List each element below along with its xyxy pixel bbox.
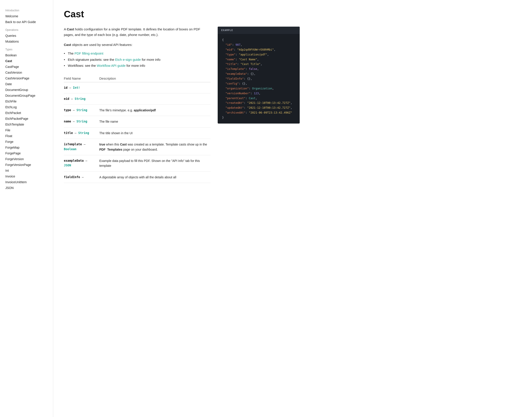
example-line: "isTemplate": false, (222, 67, 295, 72)
example-line: "type": "application/pdf", (222, 52, 295, 57)
example-line: "exampleData": {}, (222, 72, 295, 76)
col-description: Description (99, 75, 211, 82)
sidebar-item-documentgroup[interactable]: DocumentGroup (0, 87, 53, 93)
sidebar-item-forge[interactable]: Forge (0, 139, 53, 145)
page-title: Cast (64, 9, 300, 20)
sidebar-item-boolean[interactable]: Boolean (0, 52, 53, 58)
sidebar-item-int[interactable]: Int (0, 168, 53, 173)
field-exampledata-desc: Example data payload to fill this PDF. S… (99, 155, 211, 171)
content-left: A Cast holds configuration for a single … (64, 27, 211, 183)
table-row: exampleData –JSON Example data payload t… (64, 155, 211, 171)
example-line: "name": "Cast Name", (222, 57, 295, 62)
example-line: "archivedAt": "2021-06-09T23:13:42.496Z" (222, 110, 295, 115)
example-line: "eid": "kQp2qd9FVUWrrE60hMbi", (222, 47, 295, 52)
etch-esign-link[interactable]: Etch e-sign guide (115, 58, 141, 62)
sidebar-item-forgemap[interactable]: ForgeMap (0, 145, 53, 150)
sidebar-item-castversion[interactable]: CastVersion (0, 70, 53, 75)
sidebar-item-file[interactable]: File (0, 127, 53, 133)
sidebar-section-introduction: Introduction Welcome Back to our API Gui… (0, 5, 53, 25)
sidebar-section-label-operations: Operations (0, 25, 53, 33)
sidebar-item-invoice[interactable]: Invoice (0, 173, 53, 179)
sidebar-item-back-to-api[interactable]: Back to our API Guide (0, 19, 53, 25)
field-fieldinfo: fieldInfo – (64, 171, 99, 183)
example-line: "parentCast": Cast, (222, 96, 295, 101)
field-title: title – String (64, 127, 99, 139)
field-name-desc: The file name (99, 116, 211, 127)
table-row: title – String The title shown in the UI (64, 127, 211, 139)
main-content: Cast A Cast holds configuration for a si… (53, 0, 310, 417)
table-row: fieldInfo – A digestable array of object… (64, 171, 211, 183)
field-type-desc: The file's mimetype. e.g. application/pd… (99, 104, 211, 116)
field-fieldinfo-desc: A digestable array of objects with all t… (99, 171, 211, 183)
sidebar-item-forgeversionpage[interactable]: ForgeVersionPage (0, 162, 53, 168)
sidebar-item-forgepage[interactable]: ForgePage (0, 150, 53, 156)
sidebar-item-documentgrouppage[interactable]: DocumentGroupPage (0, 93, 53, 98)
field-table: Field Name Description id – Int! (64, 75, 211, 183)
sidebar-item-json[interactable]: JSON (0, 185, 53, 191)
example-line: "config": {}, (222, 81, 295, 86)
intro-paragraph-1: A Cast holds configuration for a single … (64, 27, 211, 38)
example-line: } (222, 115, 295, 120)
bullet-workflows: Workflows: see the Workflow API guide fo… (64, 63, 211, 69)
sidebar-section-label-introduction: Introduction (0, 5, 53, 13)
table-row: isTemplate –Boolean true when this Cast … (64, 139, 211, 155)
table-row: id – Int! (64, 82, 211, 93)
feature-list: The PDF filling endpoint Etch signature … (64, 51, 211, 69)
pdf-filling-link[interactable]: PDF filling endpoint (74, 52, 103, 55)
field-type: type – String (64, 104, 99, 116)
col-field-name: Field Name (64, 75, 99, 82)
example-line: "versionNumber": 123, (222, 91, 295, 96)
bullet-pdf-filling: The PDF filling endpoint (64, 51, 211, 56)
field-istemplate-desc: true when this Cast was created as a tem… (99, 139, 211, 155)
example-line: "organization": Organization, (222, 86, 295, 91)
example-line: "title": "Cast Title", (222, 62, 295, 67)
sidebar-item-castpage[interactable]: CastPage (0, 64, 53, 70)
content-area: A Cast holds configuration for a single … (64, 27, 300, 183)
table-header-row: Field Name Description (64, 75, 211, 82)
example-line: "id": 987, (222, 42, 295, 47)
example-line: "createdAt": "2021-12-10T00:13:42.727Z", (222, 101, 295, 105)
sidebar-section-operations: Operations Queries Mutations (0, 25, 53, 44)
sidebar-section-label-types: Types (0, 44, 53, 52)
example-line: { (222, 38, 295, 42)
sidebar-item-castversionpage[interactable]: CastVersionPage (0, 75, 53, 81)
field-eid: eid – String (64, 93, 99, 105)
table-row: type – String The file's mimetype. e.g. … (64, 104, 211, 116)
table-row: eid – String (64, 93, 211, 105)
sidebar-item-queries[interactable]: Queries (0, 33, 53, 39)
example-header: EXAMPLE (218, 27, 300, 34)
field-istemplate: isTemplate –Boolean (64, 139, 99, 155)
example-panel: EXAMPLE { "id": 987, "eid": "kQp2qd9FVUW… (218, 27, 300, 124)
field-name-cell: name – String (64, 116, 99, 127)
intro-paragraph-2: Cast objects are used by several API fea… (64, 42, 211, 48)
sidebar: Introduction Welcome Back to our API Gui… (0, 0, 53, 417)
field-exampledata: exampleData –JSON (64, 155, 99, 171)
workflow-api-link[interactable]: Workflow API guide (97, 64, 126, 67)
bullet-etch-sign: Etch signature packets: see the Etch e-s… (64, 57, 211, 63)
example-body: { "id": 987, "eid": "kQp2qd9FVUWrrE60hMb… (218, 34, 300, 124)
sidebar-item-welcome[interactable]: Welcome (0, 13, 53, 19)
sidebar-item-etchpacketpage[interactable]: EtchPacketPage (0, 116, 53, 122)
sidebar-section-types: Types Boolean Cast CastPage CastVersion … (0, 44, 53, 191)
sidebar-item-float[interactable]: Float (0, 133, 53, 139)
field-title-desc: The title shown in the UI (99, 127, 211, 139)
field-eid-desc (99, 93, 211, 105)
table-row: name – String The file name (64, 116, 211, 127)
sidebar-item-etchpacket[interactable]: EtchPacket (0, 110, 53, 116)
sidebar-item-forgeversion[interactable]: ForgeVersion (0, 156, 53, 162)
sidebar-item-etchlog[interactable]: EtchLog (0, 104, 53, 110)
sidebar-item-date[interactable]: Date (0, 81, 53, 87)
sidebar-item-mutations[interactable]: Mutations (0, 39, 53, 44)
field-id: id – Int! (64, 82, 99, 93)
sidebar-item-cast[interactable]: Cast (0, 58, 53, 64)
example-line: "fieldInfo": {}, (222, 76, 295, 81)
sidebar-item-invoiceunititem[interactable]: InvoiceUnitItem (0, 179, 53, 185)
example-line: "updatedAt": "2021-12-10T00:13:42.727Z", (222, 105, 295, 110)
sidebar-item-etchfile[interactable]: EtchFile (0, 98, 53, 104)
sidebar-item-etchtemplate[interactable]: EtchTemplate (0, 122, 53, 127)
field-id-desc (99, 82, 211, 93)
